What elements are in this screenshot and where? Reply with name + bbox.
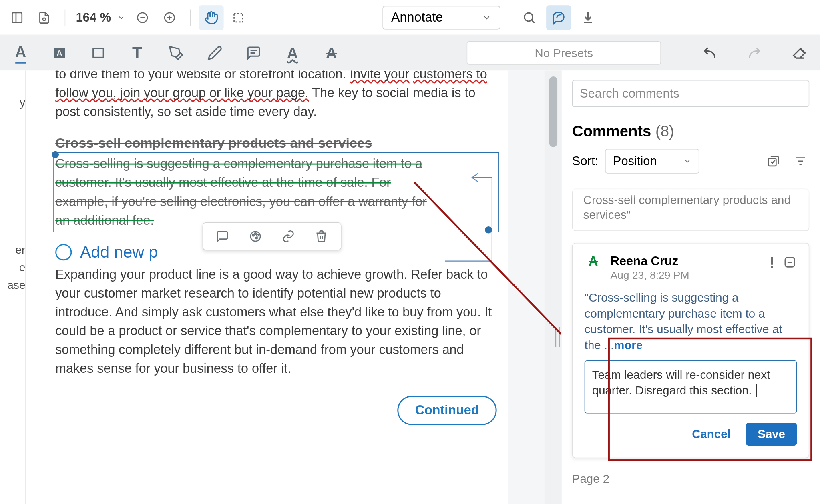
svg-line-18: [800, 49, 805, 54]
svg-line-10: [532, 20, 534, 22]
search-button[interactable]: [517, 5, 541, 30]
pen-tool-button[interactable]: [201, 39, 229, 66]
svg-rect-15: [93, 48, 103, 57]
highlighter-tool-button[interactable]: [163, 39, 190, 66]
zoom-in-button[interactable]: [157, 5, 182, 30]
more-link[interactable]: more: [614, 339, 643, 352]
chevron-down-icon: [482, 13, 491, 22]
body-paragraph: Expanding your product line is a good wa…: [55, 265, 497, 378]
marquee-select-button[interactable]: [226, 5, 251, 30]
text-tool-button[interactable]: T: [124, 39, 151, 66]
underline-tool-button[interactable]: A: [7, 39, 34, 66]
annotation-context-toolbar: [203, 222, 342, 251]
multi-select-button[interactable]: [765, 152, 782, 170]
delete-action-button[interactable]: [313, 228, 330, 245]
eraser-button[interactable]: [786, 39, 813, 66]
page-2-label: Page 2: [572, 472, 809, 486]
comment-card-partial[interactable]: Cross-sell complementary products and se…: [572, 189, 809, 231]
rectangle-tool-button[interactable]: [85, 39, 112, 66]
svg-rect-8: [234, 13, 243, 22]
note-tool-button[interactable]: [240, 39, 267, 66]
redo-button[interactable]: [741, 39, 768, 66]
highlight-block-tool-button[interactable]: A: [46, 39, 73, 66]
zoom-control[interactable]: 164 %: [74, 10, 128, 24]
svg-point-2: [43, 18, 46, 20]
sort-label: Sort:: [572, 154, 598, 168]
radio-icon[interactable]: [55, 244, 72, 260]
document-page: to drive them to your website or storefr…: [26, 70, 508, 504]
mode-select[interactable]: Annotate: [382, 6, 500, 29]
collapse-icon[interactable]: [783, 255, 797, 271]
comment-author: Reena Cruz: [610, 254, 689, 268]
svg-point-22: [257, 234, 258, 236]
comment-reply-input[interactable]: Team leaders will re-consider next quart…: [585, 360, 797, 413]
strikethrough-tool-button[interactable]: A: [318, 39, 345, 66]
selection-handle-bottom-right[interactable]: [485, 226, 492, 234]
undo-button[interactable]: [696, 39, 724, 66]
comment-quote: "Cross-selling is suggesting a complemen…: [585, 290, 797, 354]
mode-select-value: Annotate: [391, 10, 443, 25]
svg-rect-25: [768, 158, 776, 166]
comment-card-active: A Reena Cruz Aug 23, 8:29 PM ! "Cross-se: [572, 243, 809, 458]
comment-timestamp: Aug 23, 8:29 PM: [610, 269, 689, 282]
color-action-button[interactable]: [247, 228, 264, 245]
zoom-level: 164 %: [76, 10, 113, 24]
squiggly-tool-button[interactable]: A: [279, 39, 306, 66]
strikethrough-annotation-icon: A: [585, 254, 602, 269]
heading-cross-sell: Cross-sell complementary products and se…: [55, 135, 497, 151]
comments-panel-button[interactable]: [546, 5, 571, 30]
download-button[interactable]: [575, 5, 600, 30]
svg-point-20: [253, 234, 254, 236]
comment-action-button[interactable]: [214, 228, 231, 245]
chevron-down-icon: [117, 13, 125, 22]
link-action-button[interactable]: [279, 228, 297, 245]
pan-tool-button[interactable]: [199, 5, 223, 30]
svg-point-21: [255, 233, 256, 234]
comments-icon: [551, 10, 565, 24]
svg-point-9: [524, 13, 533, 21]
comments-panel: Search comments Comments (8) Sort: Posit…: [561, 70, 820, 504]
presets-dropdown[interactable]: No Presets: [467, 41, 661, 65]
panel-resize-handle[interactable]: [555, 327, 560, 347]
search-icon: [522, 10, 536, 24]
annotation-toolbar: A A T A A No Presets: [0, 35, 820, 70]
comments-heading: Comments (8): [572, 122, 809, 141]
page-settings-button[interactable]: [32, 5, 56, 30]
document-viewport[interactable]: to drive them to your website or storefr…: [26, 70, 561, 504]
sort-dropdown[interactable]: Position: [605, 149, 699, 174]
download-icon: [581, 10, 595, 24]
body-paragraph: to drive them to your website or storefr…: [55, 70, 497, 121]
selection-outline: [53, 152, 499, 232]
chevron-down-icon: [683, 157, 692, 165]
save-button[interactable]: Save: [746, 423, 797, 446]
comments-search-input[interactable]: Search comments: [572, 80, 809, 107]
cancel-button[interactable]: Cancel: [686, 423, 737, 446]
panel-toggle-button[interactable]: [5, 5, 30, 30]
top-toolbar: 164 % Annotate: [0, 0, 820, 35]
vertical-scrollbar[interactable]: [549, 76, 558, 147]
strikethrough-selection[interactable]: Cross-selling is suggesting a complement…: [55, 155, 497, 230]
outline-sliver: y er e ase: [0, 70, 26, 504]
svg-rect-0: [12, 12, 22, 22]
filter-button[interactable]: [792, 152, 809, 170]
svg-point-23: [256, 237, 257, 239]
presets-label: No Presets: [535, 46, 593, 60]
selection-handle-top-left[interactable]: [52, 151, 59, 158]
zoom-out-button[interactable]: [130, 5, 155, 30]
continued-button[interactable]: Continued: [398, 396, 497, 425]
priority-icon[interactable]: !: [770, 254, 775, 272]
svg-text:A: A: [56, 48, 62, 58]
